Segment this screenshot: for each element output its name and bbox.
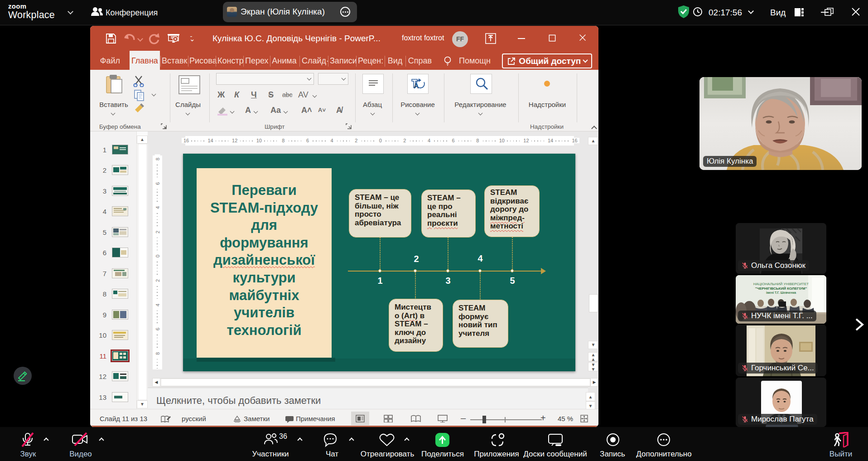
svg-text:імені Т.Г. Шевченка: імені Т.Г. Шевченка (766, 291, 796, 294)
svg-text:"ЧЕРНІГІВСЬКИЙ КОЛЕГІУМ": "ЧЕРНІГІВСЬКИЙ КОЛЕГІУМ" (755, 286, 807, 291)
svg-text:НАЦІОНАЛЬНИЙ УНІВЕРСИТЕТ: НАЦІОНАЛЬНИЙ УНІВЕРСИТЕТ (753, 282, 809, 286)
